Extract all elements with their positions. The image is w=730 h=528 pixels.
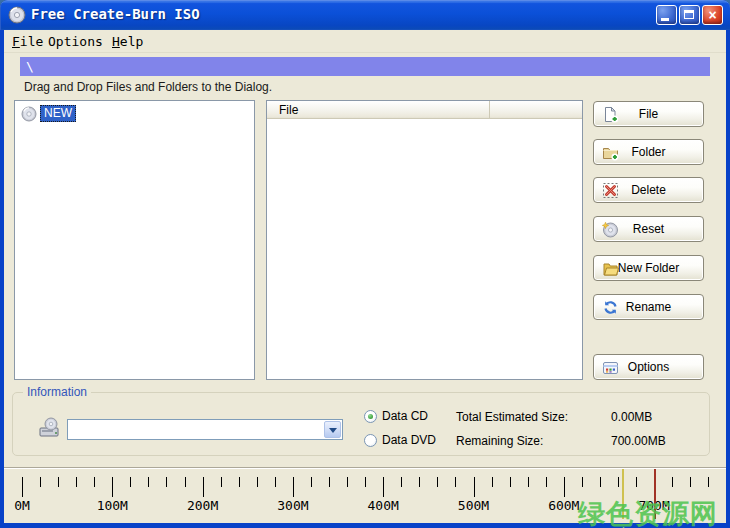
menu-file[interactable]: File [12, 34, 43, 49]
ruler-tick [148, 477, 149, 487]
cd-drive-icon [37, 415, 62, 440]
new-folder-button[interactable]: New Folder [593, 255, 704, 281]
ruler-tick [708, 477, 709, 487]
maximize-button[interactable] [679, 5, 700, 25]
ruler-tick [76, 477, 77, 487]
chevron-down-icon [329, 428, 337, 433]
ruler-tick [618, 477, 619, 487]
ruler-tick [329, 477, 330, 487]
ruler-tick [690, 477, 691, 487]
options-button[interactable]: Options [593, 354, 704, 380]
ruler-label: 400M [347, 498, 419, 513]
folder-button[interactable]: Folder [593, 139, 704, 165]
ruler-tick [185, 477, 186, 487]
ruler-label: 0M [0, 498, 58, 513]
ruler-tick [546, 477, 547, 487]
minimize-button[interactable] [656, 5, 677, 25]
delete-icon [602, 182, 619, 199]
ruler-label: 500M [438, 498, 510, 513]
ruler-tick [112, 477, 113, 497]
ruler-tick [347, 477, 348, 487]
ruler-tick [383, 477, 384, 497]
file-list-header: File [267, 101, 582, 119]
ruler-tick [636, 477, 637, 487]
path-text: \ [26, 59, 34, 74]
ruler-tick [293, 477, 294, 497]
column-header-file[interactable]: File [267, 101, 490, 119]
menu-help[interactable]: Help [112, 34, 143, 49]
tree-item-new[interactable]: NEW [21, 105, 76, 122]
ruler-tick [365, 477, 366, 487]
ruler-tick [40, 477, 41, 487]
ruler-tick [564, 477, 565, 497]
menu-options[interactable]: Options [48, 34, 103, 49]
maximize-icon [684, 10, 694, 19]
file-button[interactable]: File [593, 101, 704, 127]
ruler-tick [492, 477, 493, 487]
radio-data-cd[interactable]: Data CD [364, 409, 428, 423]
ruler-tick [474, 477, 475, 497]
ruler-tick [401, 477, 402, 487]
add-folder-icon [602, 144, 619, 161]
close-button[interactable]: × [702, 5, 723, 25]
drive-select[interactable] [67, 419, 343, 440]
rename-icon [602, 299, 619, 316]
capacity-marker [622, 469, 624, 519]
remaining-size-value: 700.00MB [611, 434, 666, 448]
ruler-tick [166, 477, 167, 487]
ruler-tick [275, 477, 276, 487]
radio-data-cd-label: Data CD [382, 409, 428, 423]
ruler-tick [130, 477, 131, 487]
ruler-tick [600, 477, 601, 487]
close-icon: × [703, 6, 722, 25]
remaining-size-label: Remaining Size: [456, 434, 543, 448]
ruler-tick [22, 477, 23, 497]
ruler-tick [510, 477, 511, 487]
minimize-icon [661, 18, 669, 21]
radio-data-dvd[interactable]: Data DVD [364, 433, 436, 447]
ruler-tick [672, 477, 673, 487]
folder-tree-panel[interactable]: NEW [14, 100, 255, 380]
title-bar: Free Create-Burn ISO × [0, 0, 730, 30]
ruler-tick [582, 477, 583, 487]
add-file-icon [602, 106, 619, 123]
new-folder-icon [602, 260, 619, 277]
total-size-value: 0.00MB [611, 410, 652, 424]
drag-drop-hint: Drag and Drop Files and Folders to the D… [24, 80, 272, 94]
ruler-label: 300M [257, 498, 329, 513]
total-size-label: Total Estimated Size: [456, 410, 568, 424]
ruler-tick [437, 477, 438, 487]
rename-button[interactable]: Rename [593, 294, 704, 320]
delete-button[interactable]: Delete [593, 177, 704, 203]
drive-select-dropdown-button[interactable] [324, 421, 341, 438]
path-bar[interactable]: \ [20, 57, 710, 76]
client-area: File Options Help \ Drag and Drop Files … [4, 30, 726, 523]
radio-data-dvd-label: Data DVD [382, 433, 436, 447]
ruler-tick [203, 477, 204, 497]
ruler-tick [58, 477, 59, 487]
capacity-ruler: 0M100M200M300M400M500M600M700M [4, 469, 726, 528]
options-icon [602, 359, 619, 376]
information-group: Information Data CD Da [12, 392, 710, 456]
tree-item-label: NEW [40, 105, 76, 122]
ruler-tick [311, 477, 312, 487]
ruler-tick [419, 477, 420, 487]
ruler-label: 600M [528, 498, 600, 513]
reset-disc-icon [602, 221, 619, 238]
ruler-label: 200M [167, 498, 239, 513]
app-disc-icon [8, 6, 26, 24]
ruler-label: 100M [76, 498, 148, 513]
disc-icon [21, 106, 37, 122]
ruler-tick [94, 477, 95, 487]
ruler-tick [239, 477, 240, 487]
ruler-tick [455, 477, 456, 487]
capacity-marker [654, 469, 656, 519]
information-group-title: Information [23, 385, 91, 399]
ruler-tick [257, 477, 258, 487]
file-list-panel[interactable]: File [266, 100, 583, 380]
reset-button[interactable]: Reset [593, 216, 704, 242]
ruler-tick [221, 477, 222, 487]
menu-bar: File Options Help [4, 30, 726, 53]
window-title: Free Create-Burn ISO [31, 6, 200, 22]
app-window: Free Create-Burn ISO × File Options Help… [0, 0, 730, 528]
